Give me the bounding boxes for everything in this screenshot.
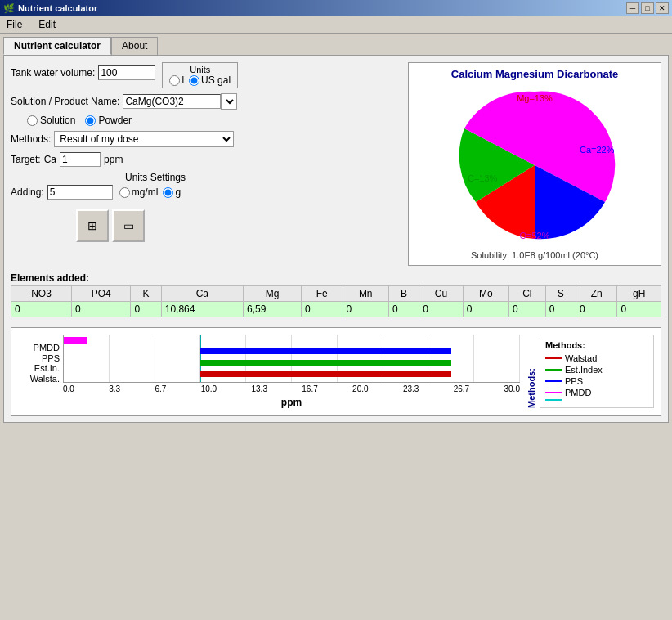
target-element: Ca	[44, 154, 56, 165]
bar-pmdd	[64, 337, 87, 344]
unit-mgml-radio[interactable]	[119, 187, 130, 198]
col-s: S	[545, 286, 576, 302]
y-label-walstad: Walsta.	[18, 374, 60, 384]
col-b: B	[388, 286, 419, 302]
adding-input[interactable]	[47, 185, 113, 200]
x-label-5: 16.7	[302, 384, 317, 393]
x-axis: 0.0 3.3 6.7 10.0 13.3 16.7 20.0 23.3 26.…	[63, 383, 520, 393]
reset-button[interactable]: ▭	[112, 209, 145, 242]
chart-section: PMDD PPS Est.In. Walsta.	[11, 327, 661, 416]
chart-plot-area: 0.0 3.3 6.7 10.0 13.3 16.7 20.0 23.3 26.…	[63, 335, 520, 408]
adding-section: Units Settings Adding: mg/ml	[11, 172, 401, 204]
legend-item-pmdd: PMDD	[545, 388, 648, 398]
y-label-pps: PPS	[18, 353, 60, 363]
tab-nutrient-calculator[interactable]: Nutrient calculator	[3, 37, 111, 55]
units-label: Units	[190, 65, 210, 74]
x-label-0: 0.0	[63, 384, 74, 393]
tank-volume-input[interactable]	[98, 65, 155, 80]
unit-l-radio[interactable]	[169, 75, 180, 86]
close-button[interactable]: ✕	[656, 2, 669, 14]
maximize-button[interactable]: □	[641, 2, 654, 14]
pie-label-mg: Mg=13%	[517, 93, 553, 103]
methods-select[interactable]: Result of my dose	[54, 131, 234, 147]
pie-svg: Ca=22% Mg=13% C=13% O=52%	[453, 83, 616, 247]
target-input[interactable]	[60, 152, 101, 167]
chart-with-axis: PMDD PPS Est.In. Walsta.	[18, 335, 520, 408]
solution-dropdown[interactable]	[221, 93, 237, 110]
col-mg: Mg	[244, 286, 302, 302]
left-panel: Tank water volume: Units l US gal	[11, 62, 401, 266]
val-mo: 0	[463, 302, 508, 317]
solution-label: Solution / Product Name:	[11, 96, 119, 107]
units-settings-label: Units Settings	[125, 172, 186, 183]
val-ca: 10,864	[161, 302, 243, 317]
calculate-button[interactable]: ⊞	[76, 209, 109, 242]
legend-label-walstad: Walstad	[565, 353, 597, 363]
col-ca: Ca	[161, 286, 243, 302]
bar-walstad	[200, 371, 451, 377]
units-settings-row: Units Settings	[11, 172, 401, 183]
menu-edit[interactable]: Edit	[35, 18, 59, 31]
unit-mgml-label[interactable]: mg/ml	[119, 186, 159, 198]
x-label-7: 23.3	[403, 384, 419, 393]
solution-row: Solution / Product Name:	[11, 93, 401, 110]
x-label-2: 6.7	[155, 384, 166, 393]
pie-section: Calcium Magnesium Dicarbonate	[408, 62, 661, 266]
type-solution-label[interactable]: Solution	[27, 115, 75, 126]
val-no3: 0	[11, 302, 72, 317]
legend-item-walstad: Walstad	[545, 353, 648, 363]
chart-area: PMDD PPS Est.In. Walsta.	[18, 335, 654, 408]
menu-bar: File Edit	[0, 16, 672, 34]
val-po4: 0	[71, 302, 130, 317]
legend-line-extra	[545, 399, 562, 401]
x-label-9: 30.0	[504, 384, 519, 393]
type-powder-radio[interactable]	[85, 115, 96, 126]
chart-legend: Methods: Walstad Est.Index PPS	[540, 335, 654, 408]
elements-section: Elements added: NO3 PO4 K Ca Mg Fe Mn B …	[11, 272, 661, 317]
tab-about[interactable]: About	[111, 37, 158, 55]
bar-estin	[200, 360, 451, 366]
title-bar-buttons: ─ □ ✕	[626, 2, 669, 14]
val-mn: 0	[343, 302, 388, 317]
val-cu: 0	[419, 302, 463, 317]
unit-l-label[interactable]: l	[169, 74, 184, 86]
target-row: Target: Ca ppm	[11, 152, 401, 167]
unit-gal-radio[interactable]	[189, 75, 199, 86]
col-fe: Fe	[302, 286, 343, 302]
tank-volume-row: Tank water volume: Units l US gal	[11, 62, 401, 88]
methods-row: Methods: Result of my dose	[11, 131, 401, 147]
col-cl: Cl	[509, 286, 546, 302]
col-mn: Mn	[343, 286, 388, 302]
app-icon: 🌿	[3, 3, 15, 14]
val-cl: 0	[509, 302, 546, 317]
val-mg: 6,59	[244, 302, 302, 317]
legend-section: Methods: Methods: Walstad Est.Index	[526, 335, 654, 408]
unit-g-label[interactable]: g	[163, 186, 181, 198]
menu-file[interactable]: File	[3, 18, 25, 31]
x-axis-label: ppm	[63, 397, 520, 408]
unit-gal-label[interactable]: US gal	[189, 74, 231, 86]
legend-label-pps: PPS	[565, 376, 583, 386]
type-powder-label[interactable]: Powder	[85, 115, 132, 126]
val-b: 0	[388, 302, 419, 317]
units-box: Units l US gal	[162, 62, 238, 88]
legend-label-estindex: Est.Index	[565, 365, 603, 375]
solution-input[interactable]	[123, 94, 221, 109]
x-label-3: 10.0	[201, 384, 217, 393]
window-body: Nutrient calculator About Tank water vol…	[0, 34, 672, 426]
legend-line-walstad	[545, 357, 562, 359]
col-no3: NO3	[11, 286, 72, 302]
legend-line-estindex	[545, 369, 562, 371]
unit-g-radio[interactable]	[163, 187, 173, 198]
legend-line-pmdd	[545, 392, 562, 393]
calc-buttons: ⊞ ▭	[76, 209, 401, 242]
legend-item-pps: PPS	[545, 376, 648, 386]
target-label: Target:	[11, 154, 41, 165]
bar-pps	[200, 348, 451, 354]
elements-table: NO3 PO4 K Ca Mg Fe Mn B Cu Mo Cl S Zn gH	[11, 285, 661, 317]
type-solution-radio[interactable]	[27, 115, 38, 126]
tab-bar: Nutrient calculator About	[3, 37, 669, 55]
minimize-button[interactable]: ─	[626, 2, 639, 14]
legend-label-pmdd: PMDD	[565, 388, 591, 398]
main-panel: Tank water volume: Units l US gal	[3, 55, 669, 423]
